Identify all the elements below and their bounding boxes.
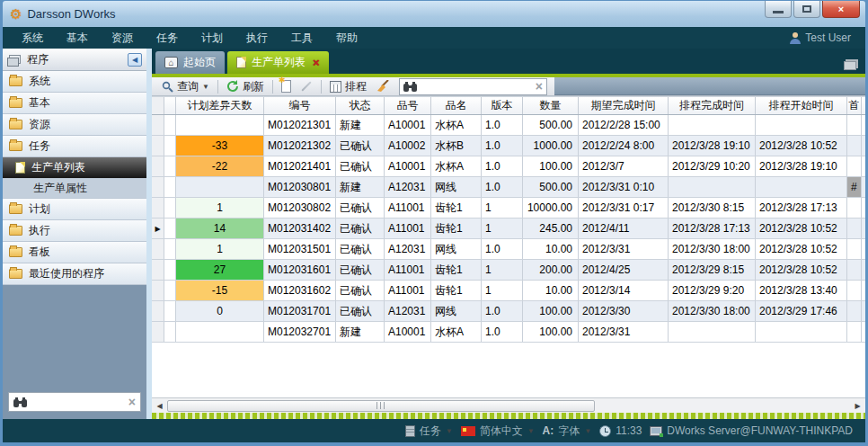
row-selector[interactable] <box>152 239 164 259</box>
cell-start[interactable]: 2012/3/29 17:46 <box>756 301 847 321</box>
cell-diff[interactable] <box>176 177 264 197</box>
cell-due[interactable]: 2012/3/31 0:17 <box>579 198 669 218</box>
maximize-button[interactable] <box>793 1 820 18</box>
cell-ver[interactable]: 1.0 <box>482 239 523 259</box>
sidebar-item[interactable]: 任务 <box>3 136 146 157</box>
table-row[interactable]: -15M012031602已确认A11001齿轮1110.002012/3/14… <box>152 281 865 301</box>
cell-qty[interactable]: 100.00 <box>523 156 579 176</box>
schedule-button[interactable]: 排程 <box>325 78 371 95</box>
edit-button[interactable] <box>296 78 317 95</box>
cell-start[interactable] <box>756 177 847 197</box>
cell-start[interactable]: 2012/3/28 10:52 <box>756 239 847 259</box>
tab-active[interactable]: 生产单列表× <box>227 51 329 74</box>
cell-no[interactable]: M012031602 <box>264 281 336 300</box>
toolbar-search-clear-icon[interactable]: × <box>536 80 543 93</box>
cell-ver[interactable]: 1.0 <box>482 177 523 197</box>
cell-ver[interactable]: 1.0 <box>482 322 523 342</box>
column-header[interactable]: 编号 <box>264 97 336 114</box>
cell-due[interactable]: 2012/3/14 <box>579 281 669 300</box>
refresh-button[interactable]: 刷新 <box>222 78 269 95</box>
sidebar-item[interactable]: 生产单列表 <box>3 157 146 179</box>
clean-button[interactable] <box>371 78 394 95</box>
sidebar-search-clear-icon[interactable]: × <box>128 396 136 408</box>
cell-qty[interactable]: 10.00 <box>523 239 579 259</box>
row-selector[interactable] <box>152 301 164 321</box>
cell-extra[interactable] <box>847 115 862 135</box>
cell-qty[interactable]: 10000.00 <box>523 198 579 218</box>
sidebar-search-box[interactable]: × <box>8 392 141 412</box>
cell-extra[interactable] <box>847 322 862 342</box>
row-selector[interactable] <box>152 156 164 176</box>
table-row[interactable]: M012030801新建A12031网线1.0500.002012/3/31 0… <box>152 177 865 198</box>
scroll-right-icon[interactable]: ▶ <box>850 402 865 410</box>
table-row[interactable]: 27M012031601已确认A11001齿轮11200.002012/4/25… <box>152 260 865 281</box>
cell-start[interactable]: 2012/3/28 19:10 <box>756 156 847 176</box>
column-header[interactable]: 期望完成时间 <box>579 97 669 114</box>
cell-no[interactable]: M012031601 <box>264 260 336 280</box>
row-selector[interactable] <box>152 115 164 135</box>
cell-end[interactable]: 2012/3/30 18:00 <box>669 301 756 321</box>
cell-start[interactable] <box>756 322 847 342</box>
cell-qty[interactable]: 1000.00 <box>523 136 579 156</box>
menu-item[interactable]: 帮助 <box>324 28 369 49</box>
row-selector[interactable] <box>152 322 164 342</box>
cell-ver[interactable]: 1 <box>482 219 523 238</box>
cell-due[interactable]: 2012/3/30 <box>579 301 669 321</box>
row-selector[interactable] <box>152 260 164 280</box>
cell-name[interactable]: 水杯A <box>431 322 482 342</box>
table-row[interactable]: 0M012031701已确认A12031网线1.0100.002012/3/30… <box>152 301 865 322</box>
cell-ver[interactable]: 1 <box>482 260 523 280</box>
sidebar-item[interactable]: 执行 <box>3 220 146 242</box>
minimize-button[interactable] <box>765 1 792 18</box>
sidebar-item[interactable]: 资源 <box>3 114 146 136</box>
cell-ver[interactable]: 1.0 <box>482 115 523 135</box>
cell-end[interactable] <box>669 177 756 197</box>
menu-item[interactable]: 任务 <box>145 28 190 49</box>
cell-pn[interactable]: A11001 <box>385 281 431 300</box>
cell-qty[interactable]: 100.00 <box>523 301 579 321</box>
cell-extra[interactable] <box>847 136 862 156</box>
new-button[interactable] <box>277 78 296 95</box>
cell-start[interactable]: 2012/3/28 10:52 <box>756 136 847 156</box>
cell-start[interactable]: 2012/3/28 10:52 <box>756 260 847 280</box>
close-button[interactable]: × <box>822 1 860 18</box>
scroll-left-icon[interactable]: ◀ <box>152 402 167 410</box>
cell-no[interactable]: M012031501 <box>264 239 336 259</box>
table-row[interactable]: 1M012030802已确认A11001齿轮1110000.002012/3/3… <box>152 198 865 219</box>
column-header[interactable]: 品名 <box>431 97 482 114</box>
cell-due[interactable]: 2012/4/11 <box>579 219 669 238</box>
cell-pn[interactable]: A11001 <box>385 219 431 238</box>
cell-ver[interactable]: 1 <box>482 281 523 300</box>
cell-end[interactable]: 2012/3/29 10:20 <box>669 156 756 176</box>
table-row[interactable]: 1M012031501已确认A12031网线1.010.002012/3/312… <box>152 239 865 260</box>
cell-start[interactable]: 2012/3/28 13:40 <box>756 281 847 300</box>
cell-start[interactable] <box>756 115 847 135</box>
cell-extra[interactable] <box>847 281 862 300</box>
cell-status[interactable]: 已确认 <box>336 260 385 280</box>
column-header[interactable]: 排程完成时间 <box>669 97 756 114</box>
cell-name[interactable]: 网线 <box>431 301 482 321</box>
table-row[interactable]: M012021301新建A10001水杯A1.0500.002012/2/28 … <box>152 115 865 136</box>
cell-pn[interactable]: A11001 <box>385 260 431 280</box>
menu-item[interactable]: 执行 <box>235 28 279 49</box>
cell-due[interactable]: 2012/2/24 8:00 <box>579 136 669 156</box>
cell-diff[interactable]: 1 <box>176 198 264 218</box>
cell-no[interactable]: M012021302 <box>264 136 336 156</box>
cell-no[interactable]: M012031402 <box>264 219 336 238</box>
cell-end[interactable]: 2012/3/29 8:15 <box>669 260 756 280</box>
column-header[interactable]: 计划差异天数 <box>176 97 264 114</box>
cell-pn[interactable]: A12031 <box>385 177 431 197</box>
sidebar-item[interactable]: 计划 <box>3 199 146 220</box>
cell-extra[interactable] <box>847 198 862 218</box>
table-row[interactable]: ▶14M012031402已确认A11001齿轮11245.002012/4/1… <box>152 219 865 239</box>
cell-qty[interactable]: 200.00 <box>523 260 579 280</box>
cell-extra[interactable] <box>847 301 862 321</box>
cell-status[interactable]: 已确认 <box>336 136 385 156</box>
cell-ver[interactable]: 1.0 <box>482 156 523 176</box>
cell-no[interactable]: M012032701 <box>264 322 336 342</box>
cell-name[interactable]: 网线 <box>431 177 482 197</box>
cell-ver[interactable]: 1.0 <box>482 301 523 321</box>
cell-qty[interactable]: 500.00 <box>523 115 579 135</box>
cell-due[interactable]: 2012/3/31 0:10 <box>579 177 669 197</box>
status-language-menu[interactable]: 简体中文 ▼ <box>461 424 535 439</box>
